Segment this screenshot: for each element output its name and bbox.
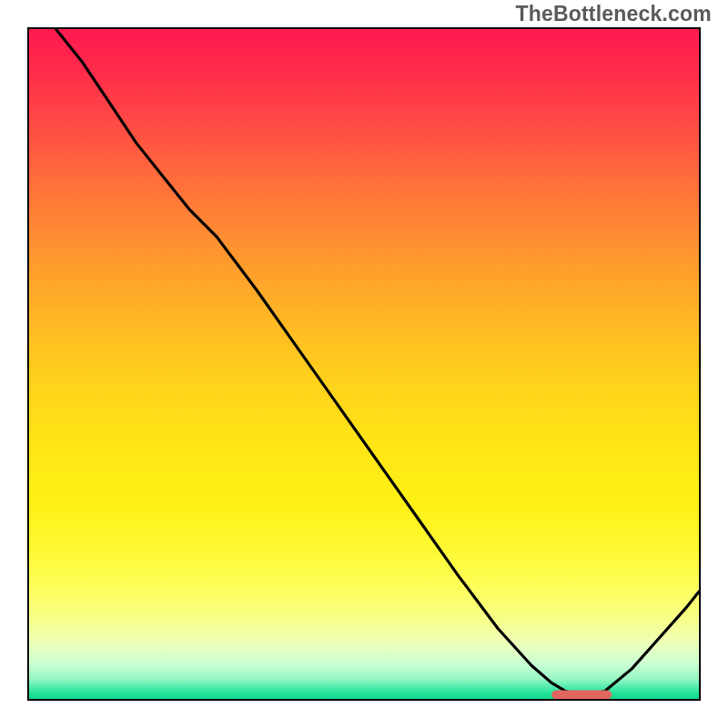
page-root: TheBottleneck.com — [0, 0, 728, 728]
optimum-marker — [551, 691, 612, 699]
chart-curve — [56, 29, 699, 695]
chart-plot-area — [27, 27, 701, 701]
watermark-text: TheBottleneck.com — [515, 2, 712, 26]
chart-svg — [29, 29, 699, 699]
